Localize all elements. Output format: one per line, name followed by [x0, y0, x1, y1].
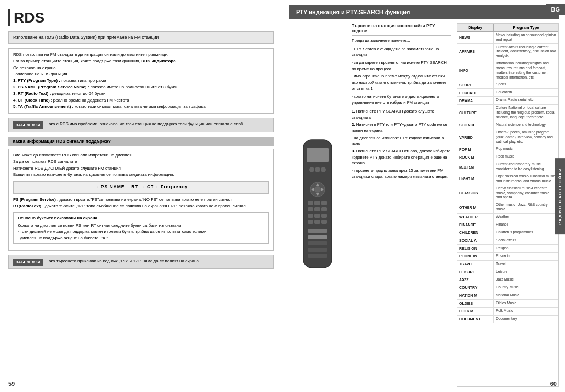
td-program: Light classical music- Classical music a…: [494, 173, 558, 185]
page-title: RDS: [8, 9, 274, 26]
td-display: INFO: [457, 60, 494, 81]
td-display: LIGHT M: [457, 173, 494, 185]
info-box: Използване на RDS (Radio Data System) пр…: [8, 31, 274, 44]
table-row: COUNTRYCountry Music: [457, 284, 558, 292]
td-program: Heavy classical music-Orchestra music, s…: [494, 185, 558, 201]
table-row: OLDIESOldies Music: [457, 300, 558, 308]
td-display: POP M: [457, 145, 494, 153]
svg-rect-14: [308, 207, 313, 211]
svg-rect-15: [314, 207, 320, 211]
th-display: Display: [457, 24, 494, 31]
td-program: Current contemporary music considered to…: [494, 161, 558, 173]
table-row: RELIGIONReligion: [457, 245, 558, 253]
program-type-table: Display Program Type NEWSNews including …: [457, 23, 559, 387]
table-row: DOCUMENTDocumentary: [457, 316, 558, 323]
table-body: NEWSNews including an announced opinion …: [457, 32, 558, 323]
svg-rect-13: [321, 201, 327, 205]
td-display: NEWS: [457, 32, 494, 43]
td-program: Rock music: [494, 153, 558, 161]
table-row: EDUCATEEducation: [457, 89, 558, 97]
ps-box: PS (Program Service) : докато търсите,"P…: [13, 197, 269, 209]
table-row: SOCIAL ASocial affairs: [457, 237, 558, 245]
td-display: TRAVEL: [457, 261, 494, 268]
td-display: LEISURE: [457, 268, 494, 276]
td-display: COUNTRY: [457, 284, 494, 292]
table-row: NATION MNational Music: [457, 292, 558, 300]
bg-label: BG: [546, 4, 566, 15]
side-tab: РАДИО НАСТРОЙКИ: [555, 158, 565, 234]
svg-rect-16: [321, 207, 327, 211]
td-program: Other music - Jazz, R&B country music: [494, 201, 558, 213]
td-display: PHONE IN: [457, 253, 494, 260]
td-program: Phone in: [494, 253, 558, 260]
td-program: Oldies Music: [494, 300, 558, 307]
search-title: Търсене на станция използвайки PTY кодов…: [352, 23, 451, 36]
table-row: AFFAIRSCurrent affairs including a curre…: [457, 44, 558, 60]
right-page: BG PTY индикация и PTY-SEARCH функция: [282, 0, 565, 392]
td-program: Pop music: [494, 145, 558, 153]
td-display: CULTURE: [457, 105, 494, 120]
td-program: Education: [494, 89, 558, 96]
table-row: FINANCEFinance: [457, 221, 558, 229]
td-display: DRAMA: [457, 97, 494, 104]
svg-rect-19: [321, 214, 327, 218]
td-program: Documentary: [494, 316, 558, 323]
td-program: Sports: [494, 81, 558, 88]
remote-area: [289, 23, 346, 387]
td-program: Drama-Radio serial, etc.: [494, 97, 558, 104]
signal-section-title: Каква информация RDS сигнали поддържа?: [8, 137, 274, 146]
td-program: Children s programmes: [494, 229, 558, 237]
right-content: Търсене на станция използвайки PTY кодов…: [282, 23, 565, 387]
td-display: VARIED: [457, 129, 494, 145]
td-display: CLASSICS: [457, 185, 494, 201]
td-program: Others-Speech, amusing program (quiz, ga…: [494, 129, 558, 145]
svg-rect-12: [314, 201, 320, 205]
table-row: POP MPop music: [457, 145, 558, 153]
td-program: Folk Music: [494, 308, 558, 315]
svg-rect-18: [314, 214, 320, 218]
table-row: SPORTSports: [457, 81, 558, 89]
note-label-2: ЗАБЕЛЕЖКА: [13, 259, 43, 266]
td-display: FOLK M: [457, 308, 494, 315]
table-row: TRAVELTravel: [457, 261, 558, 268]
td-program: Religion: [494, 245, 558, 252]
svg-point-6: [314, 186, 321, 193]
td-program: Social affairs: [494, 237, 558, 244]
td-display: AFFAIRS: [457, 44, 494, 60]
svg-rect-1: [307, 148, 329, 162]
table-row: INFOInformation including weights and me…: [457, 60, 558, 81]
table-row: CHILDRENChildren s programmes: [457, 229, 558, 237]
td-program: News including an announced opinion and …: [494, 32, 558, 43]
td-display: ROCK M: [457, 153, 494, 161]
page-number-right: 60: [550, 380, 557, 387]
td-display: WEATHER: [457, 214, 494, 221]
note-box-2: ЗАБЕЛЕЖКА · ако търсенето приключи из ве…: [8, 255, 274, 270]
right-text-area: Търсене на станция използвайки PTY кодов…: [352, 23, 451, 387]
table-row: LIGHT MLight classical music- Classical …: [457, 173, 558, 185]
td-display: FINANCE: [457, 221, 494, 229]
table-row: PHONE INPhone in: [457, 253, 558, 261]
td-program: National Music: [494, 292, 558, 299]
td-display: NATION M: [457, 292, 494, 299]
td-program: Information including weights and measur…: [494, 60, 558, 81]
remote-icon: [294, 137, 341, 273]
table-row: DRAMADrama-Radio serial, etc.: [457, 97, 558, 105]
td-display: SOCIAL A: [457, 237, 494, 244]
svg-rect-20: [308, 220, 313, 224]
pty-content: Преди да започнете помнете... · PTY Sear…: [352, 38, 451, 387]
td-display: OLDIES: [457, 300, 494, 307]
td-display: EDUCATE: [457, 89, 494, 96]
left-page: RDS Използване на RDS (Radio Data System…: [0, 0, 282, 392]
note-text-2: · ако търсенето приключи из веднъж ,"PS"…: [47, 258, 200, 264]
table-row: NEWSNews including an announced opinion …: [457, 32, 558, 44]
td-display: OTHER M: [457, 201, 494, 213]
svg-rect-25: [308, 241, 327, 245]
td-program: Leisure: [494, 268, 558, 276]
table-row: LEISURELeisure: [457, 268, 558, 276]
td-program: Travel: [494, 261, 558, 268]
td-display: M.O.R.M: [457, 161, 494, 173]
td-program: Culture-National or local culture includ…: [494, 105, 558, 120]
td-display: DOCUMENT: [457, 316, 494, 323]
svg-rect-23: [308, 229, 327, 233]
td-display: RELIGION: [457, 245, 494, 252]
